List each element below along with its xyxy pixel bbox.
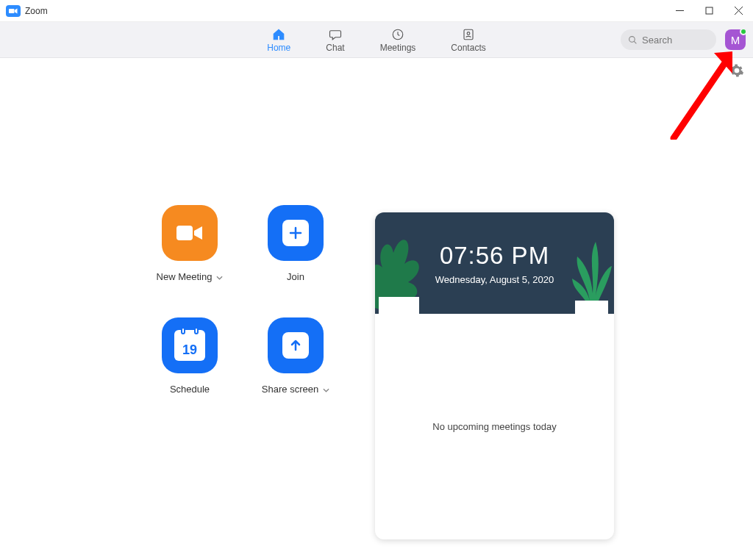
svg-line-9 bbox=[634, 41, 636, 43]
tab-meetings[interactable]: Meetings bbox=[380, 27, 416, 53]
tab-contacts-label: Contacts bbox=[451, 43, 485, 53]
calendar-day: 19 bbox=[182, 342, 197, 358]
home-icon bbox=[271, 27, 287, 42]
join-label: Join bbox=[287, 271, 304, 282]
tab-home-label: Home bbox=[267, 43, 290, 53]
join-button[interactable]: Join bbox=[244, 205, 347, 282]
chat-icon bbox=[327, 27, 343, 42]
maximize-button[interactable] bbox=[694, 0, 724, 22]
search-input[interactable]: Search bbox=[621, 29, 716, 50]
share-up-icon bbox=[268, 317, 324, 373]
window-controls bbox=[665, 0, 753, 22]
tab-chat[interactable]: Chat bbox=[326, 27, 344, 53]
tab-meetings-label: Meetings bbox=[380, 43, 416, 53]
panel-header: 07:56 PM Wednesday, August 5, 2020 bbox=[375, 212, 614, 314]
svg-rect-14 bbox=[575, 301, 608, 314]
plant-decoration-icon bbox=[375, 227, 434, 314]
tab-chat-label: Chat bbox=[326, 43, 344, 53]
title-bar: Zoom bbox=[0, 0, 753, 22]
window-title: Zoom bbox=[25, 6, 48, 16]
svg-point-7 bbox=[467, 32, 470, 35]
presence-indicator bbox=[740, 28, 747, 35]
svg-rect-2 bbox=[706, 7, 713, 14]
search-icon bbox=[628, 35, 638, 45]
plant-decoration-icon bbox=[566, 231, 614, 314]
avatar-initial: M bbox=[731, 34, 740, 46]
avatar[interactable]: M bbox=[725, 29, 746, 50]
svg-point-8 bbox=[629, 36, 635, 42]
share-screen-button[interactable]: Share screen bbox=[244, 317, 347, 395]
svg-rect-13 bbox=[379, 297, 419, 314]
top-nav: Home Chat Meetings Contacts Search M bbox=[0, 22, 753, 58]
svg-rect-10 bbox=[176, 226, 193, 240]
close-button[interactable] bbox=[724, 0, 753, 22]
search-placeholder: Search bbox=[642, 35, 672, 46]
new-meeting-button[interactable]: New Meeting bbox=[138, 205, 241, 282]
plus-icon bbox=[268, 205, 324, 261]
no-meetings-text: No upcoming meetings today bbox=[432, 421, 556, 432]
minimize-button[interactable] bbox=[665, 0, 694, 22]
upcoming-panel: 07:56 PM Wednesday, August 5, 2020 No up… bbox=[375, 212, 614, 539]
zoom-app-icon bbox=[6, 5, 21, 17]
video-icon bbox=[162, 205, 218, 261]
panel-body: No upcoming meetings today bbox=[375, 314, 614, 539]
svg-rect-0 bbox=[9, 9, 15, 13]
schedule-label: Schedule bbox=[170, 384, 210, 395]
current-date: Wednesday, August 5, 2020 bbox=[435, 274, 554, 285]
contacts-icon bbox=[460, 27, 477, 42]
chevron-down-icon[interactable] bbox=[323, 384, 329, 395]
main-content: New Meeting Join 19 bbox=[0, 58, 753, 560]
share-screen-label: Share screen bbox=[262, 384, 318, 395]
clock-icon bbox=[390, 27, 406, 42]
calendar-icon: 19 bbox=[162, 317, 218, 373]
schedule-button[interactable]: 19 Schedule bbox=[138, 317, 241, 395]
chevron-down-icon[interactable] bbox=[216, 271, 223, 282]
tab-contacts[interactable]: Contacts bbox=[451, 27, 485, 53]
new-meeting-label: New Meeting bbox=[157, 271, 213, 282]
current-time: 07:56 PM bbox=[440, 242, 549, 270]
tab-home[interactable]: Home bbox=[267, 27, 290, 53]
